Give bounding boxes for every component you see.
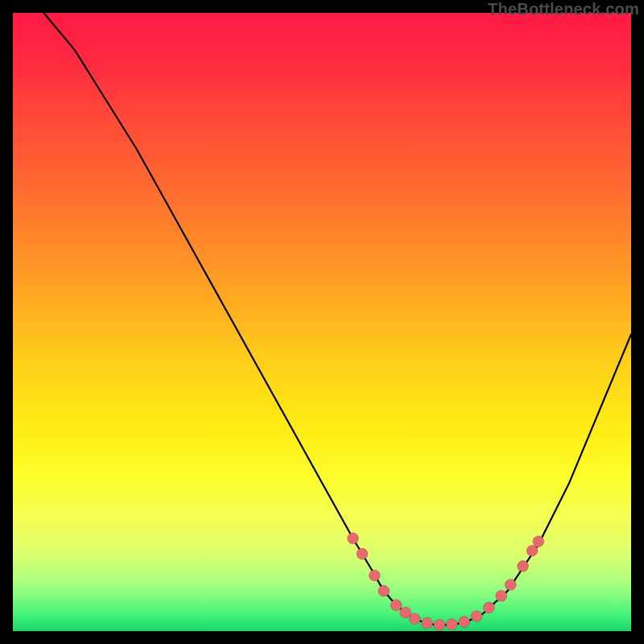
data-points-group (347, 533, 543, 631)
data-point (422, 617, 433, 629)
data-point (357, 548, 368, 559)
data-point (390, 600, 402, 611)
data-point (434, 619, 445, 630)
watermark-text: TheBottleneck.com (488, 0, 639, 19)
data-point (496, 590, 507, 601)
data-point (505, 579, 516, 590)
data-point (347, 533, 358, 544)
data-point (459, 616, 470, 627)
bottleneck-curve (43, 13, 631, 625)
chart-svg (13, 13, 631, 631)
data-point (471, 611, 482, 622)
data-point (518, 560, 529, 572)
data-point (378, 585, 390, 597)
data-point (533, 536, 544, 547)
data-point (483, 602, 494, 613)
chart-container: TheBottleneck.com (0, 0, 644, 644)
data-point (409, 613, 420, 625)
plot-area (13, 13, 631, 631)
data-point (446, 619, 457, 630)
data-point (369, 570, 380, 581)
